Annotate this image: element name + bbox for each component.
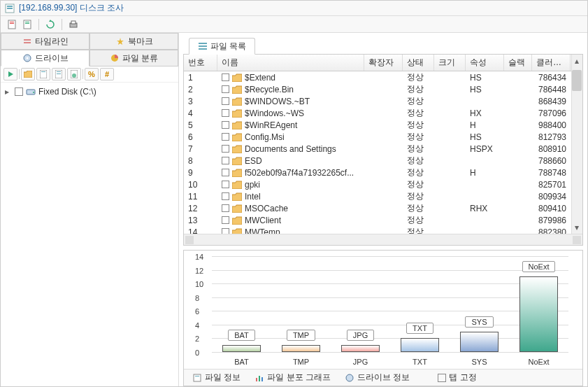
lt-play-button[interactable] (3, 68, 17, 80)
x-tick-label: SYS (450, 358, 509, 366)
lt-percent-button[interactable]: % (85, 68, 99, 80)
toolbar-print-button[interactable] (66, 17, 80, 31)
row-checkbox[interactable] (222, 97, 229, 105)
bar[interactable] (282, 345, 320, 352)
tab-drive[interactable]: 드라이브 (1, 50, 89, 66)
svg-point-27 (33, 92, 34, 93)
row-checkbox[interactable] (222, 228, 229, 234)
toolbar-doc2-button[interactable] (20, 17, 34, 31)
table-row[interactable]: 13MWClient정상879986 (184, 214, 571, 226)
lock-tab-checkbox[interactable]: 탭 고정 (433, 370, 480, 385)
row-checkbox[interactable] (222, 169, 229, 176)
tab-classify[interactable]: 파일 분류 (89, 50, 178, 66)
table-row[interactable]: 12MSOCache정상RHX809410 (184, 202, 571, 214)
tab-timeline-label: 타임라인 (35, 36, 69, 48)
bar[interactable] (519, 276, 558, 352)
cell-name-text: $WinREAgent (245, 120, 297, 130)
cell-size (434, 206, 466, 211)
row-checkbox[interactable] (222, 73, 229, 81)
lt-doc3-button[interactable] (67, 68, 81, 80)
bar[interactable] (341, 345, 380, 352)
th-attr[interactable]: 속성 (466, 55, 504, 71)
lt-hash-button[interactable]: # (100, 68, 114, 80)
tab-classify-label: 파일 분류 (122, 52, 158, 64)
svg-rect-28 (199, 43, 207, 44)
scroll-thumb[interactable] (572, 70, 582, 91)
th-name[interactable]: 이름 (217, 55, 364, 71)
file-table: 번호 이름 확장자 상태 크기 속성 슬랙 클러스터 1$Extend정상HS7… (183, 54, 583, 246)
th-ext[interactable]: 확장자 (364, 55, 403, 71)
row-checkbox[interactable] (222, 109, 229, 117)
folder-icon (232, 97, 242, 106)
btab-file-dist[interactable]: 파일 분포 그래프 (250, 370, 335, 385)
titlebar: [192.168.99.30] 디스크 조사 (1, 1, 587, 16)
lt-doc-button[interactable] (36, 68, 50, 80)
horizontal-scrollbar[interactable] (184, 234, 582, 245)
row-checkbox[interactable] (222, 216, 229, 224)
app-icon (5, 3, 15, 13)
row-checkbox[interactable] (222, 157, 229, 164)
row-checkbox[interactable] (222, 85, 229, 93)
x-tick-label: TMP (271, 358, 331, 366)
th-cluster[interactable]: 클러스터 (532, 55, 571, 71)
cell-name-text: $Recycle.Bin (245, 85, 294, 94)
tree-root-node[interactable]: ▸ Fixed Disk (C:\) (5, 85, 174, 98)
scroll-up-arrow[interactable]: ▴ (572, 56, 582, 66)
btab-file-info[interactable]: 파일 정보 (188, 370, 245, 385)
table-row[interactable]: 4$Windows.~WS정상HX787096 (184, 107, 571, 119)
svg-rect-33 (256, 378, 257, 381)
tab-bookmark[interactable]: 북마크 (89, 33, 178, 50)
lt-folder-button[interactable] (21, 68, 35, 80)
list-icon (198, 41, 208, 51)
lt-doc2-button[interactable] (52, 68, 66, 80)
table-row[interactable]: 6Config.Msi정상HS812793 (184, 131, 571, 143)
bar[interactable] (460, 332, 499, 352)
table-row[interactable]: 7Documents and Settings정상HSPX808910 (184, 143, 571, 155)
cell-slack (504, 171, 532, 175)
cell-name-text: f502eb0f9a7f4a71932265cf... (245, 168, 354, 178)
bar-slot: TMP (271, 256, 331, 352)
table-row[interactable]: 8ESD정상788660 (184, 155, 571, 167)
btab-drive-info[interactable]: 드라이브 정보 (340, 370, 414, 385)
th-status[interactable]: 상태 (403, 55, 434, 71)
tab-timeline[interactable]: 타임라인 (1, 33, 89, 50)
tree-checkbox[interactable] (15, 87, 23, 96)
vertical-scrollbar[interactable]: ▴ ▾ (571, 55, 582, 234)
filelist-tab[interactable]: 파일 목록 (189, 38, 255, 55)
cell-no: 14 (184, 225, 217, 234)
table-row[interactable]: 14MWTemp정상882380 (184, 226, 571, 234)
table-row[interactable]: 5$WinREAgent정상H988400 (184, 119, 571, 131)
bar[interactable] (222, 345, 261, 352)
th-slack[interactable]: 슬랙 (504, 55, 532, 71)
cell-slack (504, 183, 532, 187)
checkbox-icon[interactable] (438, 374, 446, 382)
info-icon (192, 373, 202, 383)
table-row[interactable]: 9f502eb0f9a7f4a71932265cf...정상H788748 (184, 167, 571, 178)
th-size[interactable]: 크기 (434, 55, 466, 71)
cell-ext (364, 171, 403, 175)
row-checkbox[interactable] (222, 121, 229, 129)
table-body[interactable]: 1$Extend정상HS7864342$Recycle.Bin정상HS78644… (184, 71, 571, 234)
table-row[interactable]: 10gpki정상825701 (184, 178, 571, 190)
table-row[interactable]: 11Intel정상809934 (184, 190, 571, 202)
bar-slot: JPG (331, 256, 390, 352)
toolbar-refresh-button[interactable] (43, 17, 57, 31)
row-checkbox[interactable] (222, 145, 229, 153)
toolbar-separator (38, 19, 39, 30)
table-row[interactable]: 2$Recycle.Bin정상HS786448 (184, 83, 571, 95)
table-row[interactable]: 1$Extend정상HS786434 (184, 71, 571, 83)
row-checkbox[interactable] (222, 192, 229, 200)
expand-icon[interactable]: ▸ (5, 87, 12, 97)
row-checkbox[interactable] (222, 133, 229, 141)
table-row[interactable]: 3$WINDOWS.~BT정상868439 (184, 95, 571, 107)
cell-size (434, 111, 466, 115)
bar[interactable] (401, 338, 439, 352)
row-checkbox[interactable] (222, 204, 229, 212)
toolbar-doc1-button[interactable] (5, 17, 19, 31)
left-toolbar: % # (1, 66, 178, 83)
cell-name-text: MSOCache (245, 204, 288, 213)
scroll-down-arrow[interactable]: ▾ (572, 223, 582, 232)
folder-icon (232, 192, 242, 201)
th-no[interactable]: 번호 (184, 55, 217, 71)
row-checkbox[interactable] (222, 181, 229, 188)
